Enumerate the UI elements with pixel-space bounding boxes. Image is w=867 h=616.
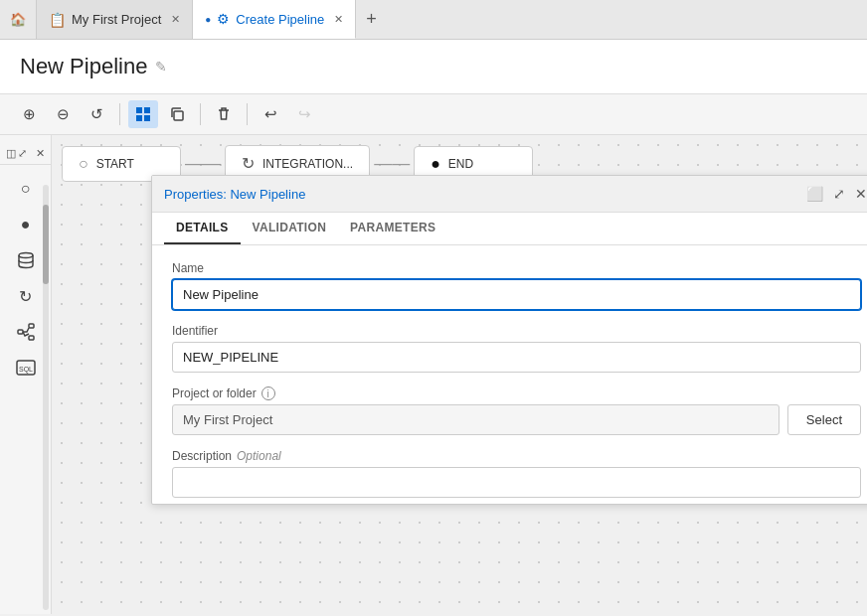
- properties-close-button[interactable]: ✕: [853, 184, 867, 204]
- select-button[interactable]: Select: [787, 404, 861, 435]
- integration-node-icon: ↻: [242, 154, 255, 173]
- svg-rect-0: [136, 107, 142, 113]
- project-label: Project or folder i: [172, 386, 861, 400]
- tab-pipeline[interactable]: ● ⚙ Create Pipeline ✕: [193, 0, 356, 39]
- add-tab-button[interactable]: +: [356, 0, 387, 39]
- toolbar: ⊕ ⊖ ↺ ↩ ↪: [0, 94, 867, 135]
- sidebar-scrollbar[interactable]: [43, 185, 49, 610]
- name-field-group: Name: [172, 261, 861, 310]
- properties-actions: ⬜ ⤢ ✕: [804, 184, 867, 204]
- refresh-button[interactable]: ↺: [82, 100, 111, 128]
- properties-panel: Properties: New Pipeline ⬜ ⤢ ✕ DETAILS V…: [151, 175, 867, 505]
- pipeline-tab-label: Create Pipeline: [236, 12, 324, 27]
- tab-project[interactable]: 📋 My First Project ✕: [37, 0, 193, 39]
- tab-validation[interactable]: VALIDATION: [241, 213, 339, 244]
- svg-rect-7: [29, 324, 34, 328]
- edit-title-icon[interactable]: ✎: [155, 59, 167, 75]
- home-icon: 🏠: [10, 12, 26, 27]
- tab-bar: 🏠 📋 My First Project ✕ ● ⚙ Create Pipeli…: [0, 0, 867, 40]
- svg-rect-4: [174, 111, 183, 120]
- svg-rect-6: [18, 330, 23, 334]
- copy-button[interactable]: [162, 100, 192, 128]
- properties-prefix: Properties:: [164, 187, 230, 202]
- page-title: New Pipeline: [20, 54, 147, 79]
- description-label: Description Optional: [172, 449, 861, 463]
- delete-button[interactable]: [209, 100, 239, 128]
- toolbar-separator-3: [247, 103, 248, 125]
- identifier-label: Identifier: [172, 324, 861, 338]
- main-area: ◫ ⤢ ✕ ○ ● ↻ SQL: [0, 135, 867, 614]
- pipeline-tab-close[interactable]: ✕: [334, 13, 343, 26]
- sidebar-toggle-icon: ◫: [6, 147, 16, 160]
- properties-form: Name Identifier Project or folder i: [152, 245, 867, 504]
- add-icon: +: [366, 9, 377, 30]
- start-node-label: START: [96, 157, 134, 171]
- description-optional-label: Optional: [237, 449, 281, 463]
- sidebar-icon-database[interactable]: [10, 244, 42, 276]
- zoom-in-button[interactable]: ⊕: [14, 100, 44, 128]
- properties-header: Properties: New Pipeline ⬜ ⤢ ✕: [152, 176, 867, 213]
- name-input[interactable]: [172, 279, 861, 310]
- sidebar: ◫ ⤢ ✕ ○ ● ↻ SQL: [0, 135, 52, 614]
- sidebar-icon-refresh[interactable]: ↻: [10, 280, 42, 312]
- tab-parameters[interactable]: PARAMETERS: [338, 213, 447, 244]
- pipeline-tab-icon: ⚙: [217, 11, 230, 27]
- sidebar-icon-nodes[interactable]: [10, 316, 42, 348]
- redo-button[interactable]: ↪: [289, 100, 319, 128]
- zoom-out-button[interactable]: ⊖: [48, 100, 78, 128]
- identifier-input[interactable]: [172, 342, 861, 373]
- pipeline-tab-dot: ●: [205, 14, 211, 25]
- svg-rect-8: [29, 336, 34, 340]
- canvas-area[interactable]: ○ START —— ↻ INTEGRATION... —— ● END Pro…: [52, 135, 867, 614]
- description-field-group: Description Optional: [172, 449, 861, 498]
- identifier-field-group: Identifier: [172, 324, 861, 373]
- end-node-icon: ●: [431, 155, 440, 173]
- connector-1: ——: [181, 153, 225, 174]
- description-input[interactable]: [172, 467, 861, 498]
- connector-2: ——: [370, 153, 414, 174]
- svg-text:SQL: SQL: [19, 366, 33, 374]
- end-node-label: END: [448, 157, 473, 171]
- properties-minimize-button[interactable]: ⬜: [804, 184, 825, 204]
- toolbar-separator-1: [119, 103, 120, 125]
- sidebar-expand-icon: ⤢: [18, 147, 27, 160]
- project-folder-row: Select: [172, 404, 861, 435]
- properties-name: New Pipeline: [230, 187, 305, 202]
- svg-point-5: [19, 253, 33, 258]
- toolbar-separator-2: [200, 103, 201, 125]
- project-tab-label: My First Project: [72, 12, 161, 27]
- properties-expand-button[interactable]: ⤢: [831, 184, 847, 204]
- svg-rect-3: [144, 115, 150, 121]
- properties-tabs: DETAILS VALIDATION PARAMETERS: [152, 213, 867, 245]
- project-field-group: Project or folder i Select: [172, 386, 861, 435]
- sidebar-close-icon[interactable]: ✕: [36, 147, 45, 160]
- grid-button[interactable]: [128, 100, 158, 128]
- project-input[interactable]: [172, 404, 780, 435]
- svg-rect-1: [144, 107, 150, 113]
- sidebar-icon-circle[interactable]: ○: [10, 173, 42, 205]
- tab-details[interactable]: DETAILS: [164, 213, 241, 244]
- project-info-icon[interactable]: i: [261, 386, 275, 400]
- sidebar-toggle[interactable]: ◫ ⤢ ✕: [0, 143, 51, 165]
- properties-title: Properties: New Pipeline: [164, 187, 305, 202]
- project-tab-icon: 📋: [49, 12, 66, 28]
- sidebar-icon-dot[interactable]: ●: [10, 209, 42, 240]
- page-title-area: New Pipeline ✎: [0, 40, 867, 94]
- start-node-icon: ○: [79, 155, 88, 173]
- sidebar-scrollbar-thumb: [43, 205, 49, 284]
- undo-button[interactable]: ↩: [256, 100, 285, 128]
- integration-node-label: INTEGRATION...: [262, 157, 353, 171]
- name-label: Name: [172, 261, 861, 275]
- sidebar-icon-sql[interactable]: SQL: [10, 352, 42, 384]
- project-tab-close[interactable]: ✕: [171, 13, 180, 26]
- svg-rect-2: [136, 115, 142, 121]
- home-tab[interactable]: 🏠: [0, 0, 37, 39]
